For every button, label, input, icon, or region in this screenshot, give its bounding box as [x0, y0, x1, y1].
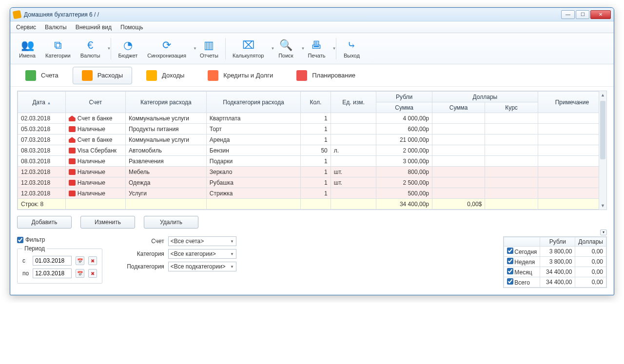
account-filter-select[interactable]: <Все счета>▼	[168, 236, 236, 246]
calc-icon: ⌧	[242, 39, 254, 52]
col-unit[interactable]: Ед. изм.	[331, 92, 376, 113]
tab-credits[interactable]: Кредиты и Долги	[198, 67, 282, 84]
budget-icon: ◔	[121, 39, 134, 52]
expenses-grid-wrap: Дата ▲ Счет Категория расхода Подкатегор…	[17, 91, 607, 210]
expenses-grid[interactable]: Дата ▲ Счет Категория расхода Подкатегор…	[18, 91, 606, 210]
window-title: Домашняя бухгалтерия 6 / /	[24, 11, 99, 18]
table-row[interactable]: 08.03.2018НаличныеРазвлеченияПодарки13 0…	[18, 156, 606, 167]
currencies-icon: €	[84, 39, 97, 52]
col-note[interactable]: Примечание	[538, 92, 606, 113]
account-icon	[69, 169, 76, 175]
tool-calc[interactable]: ⌧Калькулятор	[228, 37, 269, 60]
account-filter-label: Счет	[127, 238, 164, 245]
col-rub[interactable]: Рубли	[376, 92, 432, 102]
collapse-toggle[interactable]: ▾	[600, 230, 607, 235]
totals-row: Всего34 400,000,00	[504, 277, 606, 287]
table-row[interactable]: 12.03.2018НаличныеМебельЗеркало1шт.800,0…	[18, 167, 606, 177]
table-row[interactable]: 08.03.2018Visa СбербанкАвтомобильБензин5…	[18, 145, 606, 156]
col-qty[interactable]: Кол.	[301, 92, 331, 113]
delete-button[interactable]: Удалить	[144, 216, 198, 229]
account-icon	[69, 180, 76, 186]
tool-calc-dropdown[interactable]: ▼	[269, 46, 273, 51]
tool-currencies-dropdown[interactable]: ▼	[105, 46, 109, 51]
tool-categories[interactable]: ⧉Категории	[40, 37, 76, 60]
close-button[interactable]: ✕	[590, 10, 611, 19]
tab-expenses[interactable]: Расходы	[73, 67, 132, 84]
menu-2[interactable]: Внешний вид	[72, 22, 116, 32]
toolbar-separator	[336, 38, 336, 59]
col-category[interactable]: Категория расхода	[126, 92, 207, 113]
search-icon: 🔍	[279, 39, 292, 52]
tool-print-dropdown[interactable]: ▼	[330, 46, 334, 51]
filter-selects: Счет <Все счета>▼ Категория <Все категор…	[127, 236, 236, 271]
menu-1[interactable]: Валюты	[41, 22, 71, 32]
col-rub-sum[interactable]: Сумма	[376, 102, 432, 113]
tab-planning[interactable]: Планирование	[287, 67, 365, 84]
date-to-input[interactable]	[33, 268, 72, 278]
col-account[interactable]: Счет	[65, 92, 125, 113]
sync-icon: ⟳	[160, 39, 173, 52]
menu-3[interactable]: Помощь	[117, 22, 147, 32]
toolbar-separator	[111, 38, 111, 59]
subcategory-filter-select[interactable]: <Все подкатегории>▼	[168, 262, 236, 271]
calendar-to-icon[interactable]: 📅	[76, 269, 84, 278]
date-from-input[interactable]	[33, 256, 72, 266]
tool-names[interactable]: 👥Имена	[14, 37, 40, 60]
tool-currencies[interactable]: €Валюты	[76, 37, 105, 60]
add-button[interactable]: Добавить	[17, 216, 72, 229]
filter-checkbox[interactable]: Фильтр	[17, 236, 102, 243]
menu-0[interactable]: Сервис	[12, 22, 40, 32]
col-date: Дата ▲	[18, 92, 66, 113]
totals-box: РублиДоллары Сегодня3 800,000,00Неделя3 …	[503, 236, 607, 288]
toolbar: 👥Имена⧉Категории€Валюты▼◔Бюджет⟳Синхрони…	[10, 33, 614, 64]
print-icon: 🖶	[310, 39, 323, 52]
totals-check[interactable]	[507, 258, 513, 264]
col-rate[interactable]: Курс	[485, 102, 538, 113]
tool-sync[interactable]: ⟳Синхронизация	[142, 37, 191, 60]
tab-accounts[interactable]: Счета	[16, 67, 68, 84]
accounts-tab-icon	[25, 70, 36, 81]
tool-sync-dropdown[interactable]: ▼	[191, 46, 195, 51]
titlebar: Домашняя бухгалтерия 6 / / — ☐ ✕	[10, 8, 614, 21]
clear-to-icon[interactable]: ✖	[88, 269, 97, 278]
calendar-from-icon[interactable]: 📅	[76, 256, 84, 265]
tab-income[interactable]: Доходы	[137, 67, 194, 84]
col-subcategory[interactable]: Подкатегория расхода	[206, 92, 300, 113]
totals-row: Неделя3 800,000,00	[504, 257, 606, 267]
account-icon	[69, 115, 76, 121]
clear-from-icon[interactable]: ✖	[88, 256, 97, 265]
category-filter-select[interactable]: <Все категории>▼	[168, 249, 236, 259]
col-usd-sum[interactable]: Сумма	[432, 102, 485, 113]
tool-budget[interactable]: ◔Бюджет	[113, 37, 142, 60]
vertical-scrollbar[interactable]: ▲ ▼	[599, 91, 606, 210]
col-usd[interactable]: Доллары	[432, 92, 538, 102]
credits-tab-icon	[208, 70, 218, 81]
totals-check[interactable]	[507, 248, 513, 254]
table-row[interactable]: 02.03.2018Счет в банкеКоммунальные услуг…	[18, 113, 606, 124]
edit-button[interactable]: Изменить	[80, 216, 135, 229]
tool-search-dropdown[interactable]: ▼	[299, 46, 303, 51]
tool-print[interactable]: 🖶Печать	[303, 37, 330, 60]
account-icon	[69, 137, 76, 143]
table-row[interactable]: 12.03.2018НаличныеОдеждаРубашка1шт.2 500…	[18, 177, 606, 188]
table-row[interactable]: 12.03.2018НаличныеУслугиСтрижка1500,00р	[18, 188, 606, 199]
to-label: по	[22, 270, 29, 277]
account-icon	[69, 148, 76, 153]
table-row[interactable]: 05.03.2018НаличныеПродукты питанияТорт16…	[18, 124, 606, 134]
planning-tab-icon	[296, 70, 307, 81]
account-icon	[69, 191, 76, 196]
minimize-button[interactable]: —	[561, 10, 575, 19]
totals-check[interactable]	[507, 268, 513, 274]
action-row: Добавить Изменить Удалить	[17, 216, 607, 229]
tool-exit[interactable]: ⤷Выход	[338, 37, 365, 60]
tab-strip: СчетаРасходыДоходыКредиты и ДолгиПланиро…	[10, 64, 614, 87]
period-legend: Период	[22, 245, 47, 252]
reports-icon: ▥	[203, 39, 215, 52]
maximize-button[interactable]: ☐	[576, 10, 589, 19]
totals-check[interactable]	[507, 278, 513, 285]
table-row[interactable]: 07.03.2018Счет в банкеКоммунальные услуг…	[18, 134, 606, 145]
app-icon	[13, 10, 22, 19]
tool-search[interactable]: 🔍Поиск	[273, 37, 299, 60]
categories-icon: ⧉	[52, 39, 64, 52]
tool-reports[interactable]: ▥Отчеты	[195, 37, 223, 60]
